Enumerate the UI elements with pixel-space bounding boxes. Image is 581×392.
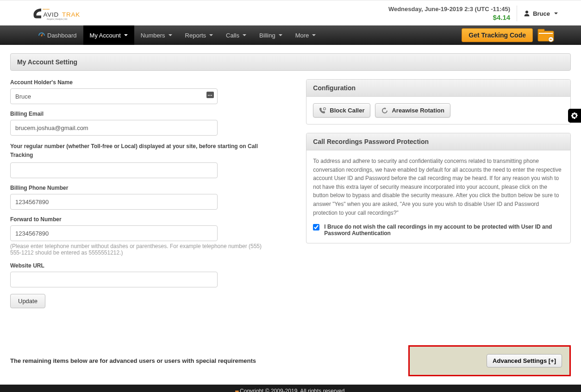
nav-dashboard[interactable]: Dashboard [31,25,83,45]
areawise-rotation-button[interactable]: Areawise Rotation [375,103,450,118]
regular-number-label: Your regular number (whether Toll-free o… [10,142,279,160]
advanced-settings-button[interactable]: Advanced Settings [+] [487,354,562,367]
recordings-checkbox-label: I Bruce do not wish the call recordings … [324,224,564,236]
recordings-description: To address and adhere to security and co… [313,157,564,217]
nav-my-account[interactable]: My Account [83,25,134,45]
name-input[interactable] [10,88,218,104]
nav-label: More [295,32,309,39]
forward-input[interactable] [10,225,218,241]
name-label: Account Holder's Name [10,79,297,86]
billing-phone-label: Billing Phone Number [10,185,297,191]
user-name: Bruce [533,10,550,17]
phone-block-icon [319,107,326,114]
svg-point-1 [44,9,45,10]
nav-label: Calls [226,32,239,39]
email-label: Billing Email [10,111,297,117]
recordings-panel: Call Recordings Password Protection To a… [306,133,571,243]
topbar: AVID TRAK Acquire | Analyze | Act Wednes… [0,0,581,25]
rotation-icon [381,107,388,114]
svg-point-4 [48,9,49,10]
advanced-note: The remaining items below are for advanc… [10,357,256,364]
nav-reports[interactable]: Reports [179,25,220,45]
svg-text:TRAK: TRAK [62,11,80,18]
footer-text: Copyright © 2009-2019, All rights reserv… [240,388,346,392]
nav-label: Billing [259,32,275,39]
configuration-panel: Configuration Block Caller Areawise Rota… [306,79,571,124]
svg-text:Acquire   |   Analyze   |   Ac: Acquire | Analyze | Act [47,18,68,20]
nav-billing[interactable]: Billing [253,25,289,45]
keyboard-icon: ••• [206,92,214,98]
nav-more[interactable]: More [289,25,323,45]
website-label: Website URL [10,262,297,269]
chevron-down-icon [554,12,558,14]
nav-numbers[interactable]: Numbers [134,25,179,45]
chevron-down-icon [124,34,128,36]
button-label: Block Caller [330,107,364,114]
navbar: Dashboard My Account Numbers Reports Cal… [0,25,581,45]
advanced-highlight-box: Advanced Settings [+] [408,345,571,376]
datetime-text: Wednesday, June-19-2019 2:3 (UTC -11:45) [388,6,510,13]
balance-text: $4.14 [388,13,510,21]
logo[interactable]: AVID TRAK Acquire | Analyze | Act [31,5,101,22]
recordings-optout-checkbox[interactable] [313,224,319,230]
nav-calls[interactable]: Calls [219,25,253,45]
chevron-down-icon [169,34,172,36]
dashboard-icon [38,32,45,38]
svg-point-0 [43,9,44,10]
user-menu[interactable]: Bruce [524,10,572,17]
get-tracking-code-button[interactable]: Get Tracking Code [462,28,533,42]
nav-label: My Account [90,32,121,39]
footer: ▪▪▪Copyright © 2009-2019, All rights res… [0,385,581,392]
svg-point-2 [45,9,46,10]
svg-point-14 [324,107,326,110]
billing-phone-input[interactable] [10,194,218,210]
user-icon [524,10,530,17]
update-button[interactable]: Update [10,294,45,308]
nav-label: Reports [185,32,206,39]
tracking-folder-icon[interactable] [537,28,554,42]
nav-label: Numbers [141,32,165,39]
svg-rect-12 [539,33,553,34]
footer-icon: ▪▪▪ [235,388,238,392]
button-label: Areawise Rotation [392,107,444,114]
block-caller-button[interactable]: Block Caller [313,103,370,118]
email-input[interactable] [10,120,218,136]
gear-icon [571,112,578,119]
chevron-down-icon [243,34,246,36]
chevron-down-icon [312,34,316,36]
regular-number-input[interactable] [10,162,218,178]
svg-text:AVID: AVID [44,11,59,18]
divider [517,6,517,21]
chevron-down-icon [209,34,213,36]
nav-label: Dashboard [47,32,77,39]
settings-gear-toggle[interactable] [568,109,581,123]
chevron-down-icon [279,34,282,36]
forward-hint: (Please enter telephone number without d… [10,243,274,256]
forward-label: Forward to Number [10,216,297,223]
configuration-title: Configuration [306,80,570,97]
svg-rect-11 [538,29,544,32]
website-input[interactable] [10,272,218,287]
recordings-title: Call Recordings Password Protection [306,133,570,150]
page-title: My Account Setting [10,53,571,71]
svg-point-3 [47,9,48,10]
